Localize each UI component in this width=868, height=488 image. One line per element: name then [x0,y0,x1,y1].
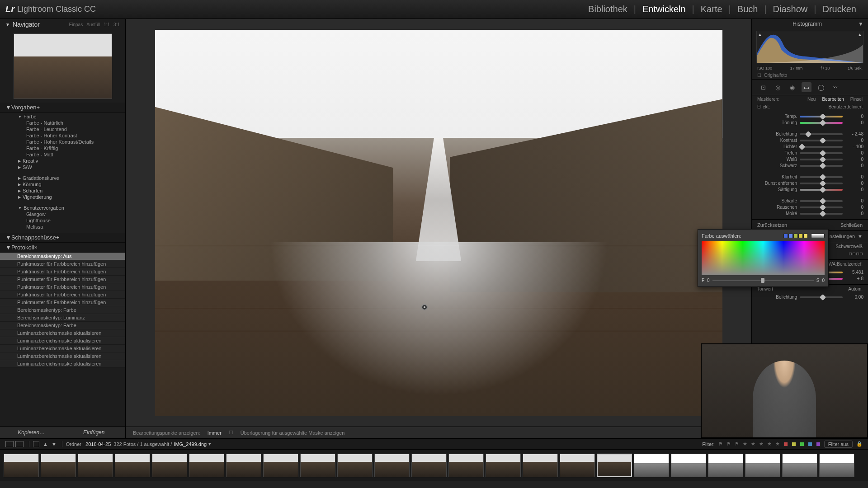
clip-left-icon[interactable]: ▲ [758,32,762,37]
hue-value[interactable]: 0 [707,278,710,283]
star-icon[interactable]: ★ [775,441,780,447]
overlay-checkbox[interactable]: ☐ [229,430,233,436]
slider-track[interactable] [800,206,843,208]
slider-value[interactable]: 0 [845,211,863,216]
nav-karte[interactable]: Karte [694,4,729,14]
film-thumb[interactable] [708,454,743,477]
reset-button[interactable]: Zurücksetzen [757,222,787,228]
view-compare-icon[interactable] [15,441,24,447]
zoom-fit[interactable]: Einpas [69,22,83,27]
slider-value[interactable]: - 100 [845,144,863,149]
slider-value[interactable]: 0 [845,150,863,155]
history-item[interactable]: Bereichsmaskentyp: Farbe [0,306,125,314]
color-label[interactable] [808,442,812,446]
slider-value[interactable]: 0 [845,181,863,186]
star-icon[interactable]: ★ [751,441,755,447]
histogram[interactable]: ▲ ▲ [756,31,863,63]
slider-thumb[interactable] [820,113,826,119]
film-thumb[interactable] [337,454,373,477]
slider-weiss[interactable]: Weiß0 [756,157,863,162]
preset-group-curve[interactable]: ▶Gradationskurve [0,175,125,181]
film-thumb[interactable] [819,454,854,477]
presets-header[interactable]: ▼ Vorgaben + [0,103,125,113]
sort-icon[interactable]: ▼ [52,441,57,447]
slider-thumb[interactable] [799,143,805,150]
slider-value[interactable]: 0 [845,114,863,119]
zoom-fill[interactable]: Ausfüll [86,22,100,27]
slider-thumb[interactable] [820,174,826,180]
film-thumb-selected[interactable] [597,454,632,477]
slider-value[interactable]: 0,00 [845,295,863,300]
slider-value[interactable]: 0 [845,205,863,210]
gradient-pin[interactable] [421,304,428,310]
histogram-header[interactable]: Histogramm ▼ [752,19,868,29]
slider-value[interactable]: 5.481 [845,270,863,275]
film-thumb[interactable] [411,454,447,477]
film-thumb[interactable] [634,454,669,477]
sort-icon[interactable]: ▲ [43,441,48,447]
swatch[interactable] [803,234,808,238]
preset-group-farbe[interactable]: ▼Farbe [0,113,125,120]
zoom-3-1[interactable]: 3:1 [113,22,120,27]
preset-item[interactable]: Farbe - Matt [0,151,125,158]
slider-track[interactable] [800,183,843,184]
film-thumb[interactable] [448,454,484,477]
history-item[interactable]: Luminanzbereichsmaske aktualisieren [0,352,125,360]
slider-thumb[interactable] [820,204,826,210]
zoom-1-1[interactable]: 1:1 [104,22,110,27]
slider-value[interactable]: 0 [845,157,863,162]
slider-value[interactable]: 0 [845,187,863,192]
slider-value[interactable]: 0 [845,163,863,168]
preset-group-kreativ[interactable]: ▶Kreativ [0,158,125,164]
preset-item[interactable]: Glasgow [0,211,125,217]
effect-value[interactable]: Benutzerdefiniert [828,104,863,109]
preset-item[interactable]: Farbe - Kräftig [0,145,125,151]
slider-sattigung[interactable]: Sättigung0 [756,187,863,192]
color-label[interactable] [800,442,804,446]
slider-moire[interactable]: Moiré0 [756,211,863,216]
checkbox-icon[interactable]: ☐ [757,73,761,78]
film-thumb[interactable] [671,454,706,477]
clear-icon[interactable]: × [34,244,38,251]
preset-item[interactable]: Melissa [0,224,125,230]
navigator-zoom-options[interactable]: Einpas Ausfüll 1:1 3:1 [69,22,120,27]
slider-thumb[interactable] [820,294,826,300]
slider-klarheit[interactable]: Klarheit0 [756,174,863,179]
preset-group-sharpen[interactable]: ▶Schärfen [0,188,125,194]
slider-track[interactable] [800,140,843,141]
color-picker-popup[interactable]: Farbe auswählen: F 0 S 0 [698,229,829,287]
slider-value[interactable]: - 2,48 [845,131,863,136]
film-thumb[interactable] [300,454,335,477]
film-thumb[interactable] [78,454,113,477]
edit-points-value[interactable]: Immer [208,430,222,436]
nav-entwickeln[interactable]: Entwickeln [636,4,692,14]
film-thumb[interactable] [263,454,298,477]
nav-drucken[interactable]: Drucken [816,4,863,14]
preset-item[interactable]: Farbe - Natürlich [0,120,125,126]
gradient-line-mid[interactable] [155,308,722,308]
swatch[interactable] [798,234,803,238]
slider-value[interactable]: 0 [845,138,863,143]
profile-browser-icon[interactable] [849,253,863,258]
slider-track[interactable] [800,159,843,160]
history-item[interactable]: Punktmuster für Farbbereich hinzufügen [0,299,125,306]
history-item[interactable]: Punktmuster für Farbbereich hinzufügen [0,283,125,291]
flag-icon[interactable]: ⚑ [726,441,731,447]
mask-edit[interactable]: Bearbeiten [822,97,844,102]
preset-group-sw[interactable]: ▶S/W [0,164,125,170]
film-thumb[interactable] [523,454,558,477]
color-spectrum[interactable] [702,241,825,275]
slider-track[interactable] [800,152,843,154]
slider-temp[interactable]: Temp.0 [756,114,863,119]
film-thumb[interactable] [189,454,224,477]
slider-thumb[interactable] [820,119,826,126]
star-icon[interactable]: ★ [759,441,764,447]
history-item[interactable]: Punktmuster für Farbbereich hinzufügen [0,276,125,283]
film-thumb[interactable] [226,454,261,477]
history-item[interactable]: Bereichsmaskentyp: Aus [0,253,125,260]
slider-tonung[interactable]: Tönung0 [756,120,863,125]
slider-scharfe[interactable]: Schärfe0 [756,198,863,203]
slider-thumb[interactable] [820,162,826,169]
folder-date[interactable]: 2018-04-25 [85,441,111,447]
main-photo[interactable] [155,30,722,416]
